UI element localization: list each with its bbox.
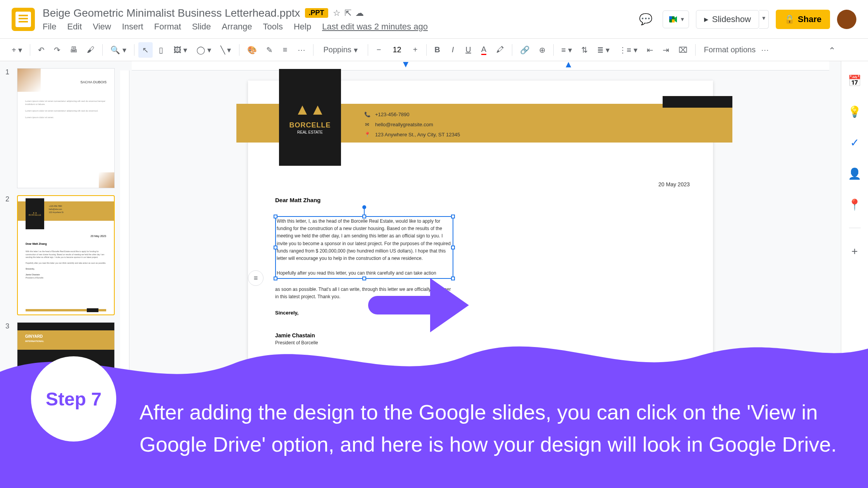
line-tool[interactable]: ╲ ▾ bbox=[217, 42, 235, 58]
redo-button[interactable]: ↷ bbox=[50, 42, 64, 58]
new-slide-button[interactable]: + ▾ bbox=[8, 42, 26, 58]
slides-logo[interactable] bbox=[12, 8, 35, 31]
border-weight-button[interactable]: ≡ bbox=[278, 42, 292, 58]
menu-arrange[interactable]: Arrange bbox=[222, 22, 252, 32]
resize-handle[interactable] bbox=[451, 215, 455, 218]
present-icon: ▸ bbox=[704, 14, 708, 24]
tutorial-arrow bbox=[368, 278, 477, 332]
step-label: Step 7 bbox=[46, 388, 102, 410]
indent-decrease-button[interactable]: ⇤ bbox=[643, 42, 657, 58]
font-family-select[interactable]: Poppins ▾ bbox=[317, 43, 364, 57]
calendar-icon[interactable]: 📅 bbox=[847, 73, 863, 88]
slideshow-label: Slideshow bbox=[712, 14, 751, 24]
tutorial-text: After adding the design to the Google sl… bbox=[140, 396, 845, 461]
undo-button[interactable]: ↶ bbox=[34, 42, 48, 58]
font-size-input[interactable] bbox=[388, 45, 407, 54]
maps-icon[interactable]: 📍 bbox=[847, 197, 863, 212]
resize-handle[interactable] bbox=[274, 246, 277, 249]
image-tool[interactable]: 🖼 ▾ bbox=[170, 42, 191, 58]
zoom-button[interactable]: 🔍 ▾ bbox=[107, 42, 130, 58]
highlight-button[interactable]: 🖍 bbox=[493, 42, 508, 58]
border-dash-button[interactable]: ⋯ bbox=[294, 42, 309, 58]
clear-format-button[interactable]: ⌧ bbox=[675, 42, 691, 58]
menu-bar: File Edit View Insert Format Slide Arran… bbox=[43, 22, 636, 32]
header: Beige Geometric Minimalist Business Lett… bbox=[0, 0, 868, 39]
link-button[interactable]: 🔗 bbox=[516, 42, 534, 58]
font-name: Poppins bbox=[324, 45, 351, 54]
speaker-notes-toggle[interactable]: ≡ bbox=[248, 270, 264, 286]
account-avatar[interactable] bbox=[837, 10, 856, 29]
meet-button[interactable]: ▾ bbox=[663, 10, 689, 28]
last-edit[interactable]: Last edit was 2 minutes ago bbox=[322, 22, 428, 32]
slideshow-button[interactable]: ▸ Slideshow bbox=[696, 10, 759, 29]
toolbar: + ▾ ↶ ↷ 🖶 🖌 🔍 ▾ ↖ ▯ 🖼 ▾ ◯ ▾ ╲ ▾ 🎨 ✎ ≡ ⋯ … bbox=[0, 39, 868, 61]
resize-handle[interactable] bbox=[362, 215, 366, 218]
indent-increase-button[interactable]: ⇥ bbox=[659, 42, 673, 58]
svg-rect-2 bbox=[672, 19, 675, 22]
comments-icon[interactable]: 💬 bbox=[636, 10, 656, 29]
star-icon[interactable]: ☆ bbox=[333, 8, 341, 18]
menu-slide[interactable]: Slide bbox=[192, 22, 211, 32]
share-button[interactable]: 🔒 Share bbox=[776, 10, 830, 29]
format-options-button[interactable]: Format options bbox=[704, 45, 756, 54]
textbox-tool[interactable]: ▯ bbox=[154, 42, 168, 58]
menu-view[interactable]: View bbox=[93, 22, 111, 32]
resize-handle[interactable] bbox=[451, 246, 455, 249]
cloud-icon[interactable]: ☁ bbox=[355, 8, 364, 18]
header-right: 💬 ▾ ▸ Slideshow ▾ 🔒 Share bbox=[636, 10, 856, 29]
shape-tool[interactable]: ◯ ▾ bbox=[193, 42, 215, 58]
select-tool[interactable]: ↖ bbox=[138, 42, 153, 58]
tasks-icon[interactable]: ✓ bbox=[847, 135, 863, 150]
font-size-increase[interactable]: + bbox=[408, 42, 422, 58]
print-button[interactable]: 🖶 bbox=[66, 42, 81, 58]
comment-button[interactable]: ⊕ bbox=[535, 42, 549, 58]
menu-file[interactable]: File bbox=[43, 22, 56, 32]
menu-tools[interactable]: Tools bbox=[263, 22, 283, 32]
keep-icon[interactable]: 💡 bbox=[847, 104, 863, 119]
resize-handle[interactable] bbox=[274, 215, 277, 218]
selected-textbox[interactable]: With this letter, I, as the head of the … bbox=[275, 216, 453, 279]
resize-handle[interactable] bbox=[362, 277, 366, 280]
menu-format[interactable]: Format bbox=[154, 22, 181, 32]
numbered-list-button[interactable]: ≣ ▾ bbox=[593, 42, 614, 58]
add-addon-icon[interactable]: + bbox=[847, 244, 863, 259]
move-icon[interactable]: ⇱ bbox=[344, 8, 351, 18]
share-label: Share bbox=[798, 14, 822, 24]
align-button[interactable]: ≡ ▾ bbox=[558, 42, 576, 58]
step-badge: Step 7 bbox=[31, 356, 116, 442]
underline-button[interactable]: U bbox=[462, 42, 475, 58]
bold-button[interactable]: B bbox=[431, 42, 444, 58]
font-size-decrease[interactable]: − bbox=[372, 42, 386, 58]
slide-thumb-1[interactable]: 1 SACHA DUBOIS Lorem ipsum dolor sit ame… bbox=[5, 68, 115, 188]
paint-format-button[interactable]: 🖌 bbox=[83, 42, 98, 58]
tutorial-overlay: Step 7 After adding the design to the Go… bbox=[0, 325, 868, 488]
resize-handle[interactable] bbox=[274, 277, 277, 280]
slide-thumb-2[interactable]: 2 ▲▲BORCELLE +123-456-7890hello@site.com… bbox=[5, 195, 115, 315]
italic-button[interactable]: I bbox=[446, 42, 460, 58]
ppt-badge: .PPT bbox=[305, 8, 328, 18]
svg-rect-1 bbox=[669, 16, 672, 19]
menu-edit[interactable]: Edit bbox=[67, 22, 82, 32]
menu-help[interactable]: Help bbox=[294, 22, 311, 32]
more-button[interactable]: ⋯ bbox=[757, 42, 773, 58]
horizontal-ruler[interactable] bbox=[132, 61, 829, 70]
text-color-button[interactable]: A bbox=[477, 42, 491, 58]
document-title[interactable]: Beige Geometric Minimalist Business Lett… bbox=[43, 7, 300, 19]
menu-insert[interactable]: Insert bbox=[122, 22, 143, 32]
slideshow-dropdown[interactable]: ▾ bbox=[759, 10, 769, 29]
line-spacing-button[interactable]: ⇅ bbox=[577, 42, 592, 58]
border-color-button[interactable]: ✎ bbox=[262, 42, 277, 58]
fill-color-button[interactable]: 🎨 bbox=[243, 42, 261, 58]
lock-icon: 🔒 bbox=[784, 14, 795, 24]
title-area: Beige Geometric Minimalist Business Lett… bbox=[43, 7, 636, 32]
contacts-icon[interactable]: 👤 bbox=[847, 166, 863, 181]
bulleted-list-button[interactable]: ⋮≡ ▾ bbox=[615, 42, 641, 58]
collapse-toolbar-icon[interactable]: ⌃ bbox=[828, 46, 835, 56]
